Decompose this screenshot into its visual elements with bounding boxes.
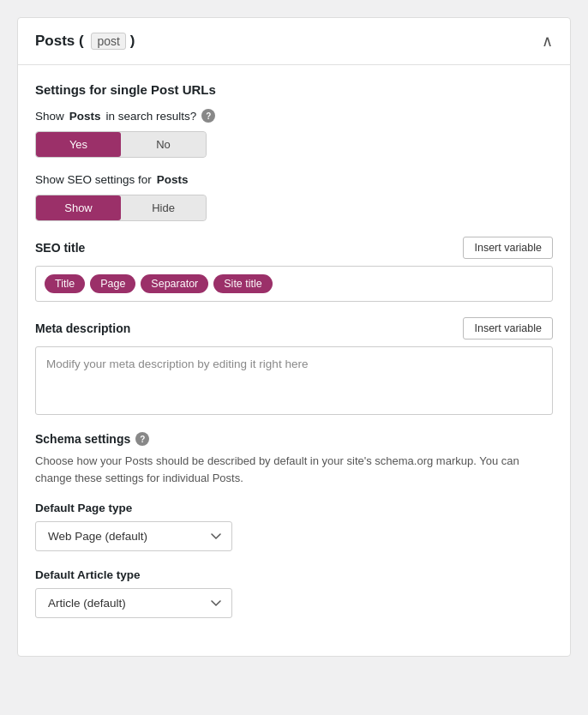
seo-title-label: SEO title bbox=[35, 241, 85, 255]
tag-title[interactable]: Title bbox=[45, 274, 85, 293]
tag-separator[interactable]: Separator bbox=[141, 274, 208, 293]
page-type-select[interactable]: Web Page (default) Item Page About Page … bbox=[35, 521, 232, 551]
search-label-suffix: in search results? bbox=[106, 110, 197, 123]
section-title: Settings for single Post URLs bbox=[35, 82, 553, 97]
tag-site-title[interactable]: Site title bbox=[213, 274, 272, 293]
panel-title-text: Posts ( bbox=[35, 33, 84, 49]
schema-description: Choose how your Posts should be describe… bbox=[35, 453, 553, 486]
page-type-label: Default Page type bbox=[35, 502, 553, 514]
hide-button[interactable]: Hide bbox=[121, 195, 206, 220]
yes-button[interactable]: Yes bbox=[36, 132, 121, 157]
panel-header: Posts ( post ) ∧ bbox=[18, 18, 570, 65]
seo-title-field[interactable]: Title Page Separator Site title bbox=[35, 266, 553, 302]
seo-toggle-group: Show Hide bbox=[35, 195, 207, 221]
panel-body: Settings for single Post URLs Show Posts… bbox=[18, 65, 570, 656]
show-button[interactable]: Show bbox=[36, 195, 121, 220]
panel-title-end: ) bbox=[130, 33, 135, 49]
seo-label-show: Show SEO settings for bbox=[35, 173, 152, 186]
no-button[interactable]: No bbox=[121, 132, 206, 157]
search-label-bold: Posts bbox=[69, 110, 101, 123]
search-label-show: Show bbox=[35, 110, 64, 123]
seo-settings-label: Show SEO settings for Posts bbox=[35, 173, 553, 186]
post-type-badge: post bbox=[91, 33, 125, 50]
search-results-label: Show Posts in search results? ? bbox=[35, 109, 553, 123]
tag-page[interactable]: Page bbox=[90, 274, 135, 293]
meta-description-label: Meta description bbox=[35, 321, 130, 335]
schema-label-text: Schema settings bbox=[35, 432, 130, 446]
seo-title-insert-variable-button[interactable]: Insert variable bbox=[463, 237, 553, 259]
article-type-label: Default Article type bbox=[35, 568, 553, 581]
collapse-icon[interactable]: ∧ bbox=[542, 32, 553, 51]
article-type-select[interactable]: Article (default) None Blog Post News Ar… bbox=[35, 588, 232, 618]
schema-section-title: Schema settings ? bbox=[35, 432, 553, 446]
seo-label-bold: Posts bbox=[157, 173, 189, 186]
meta-description-insert-variable-button[interactable]: Insert variable bbox=[463, 317, 553, 339]
seo-title-row: SEO title Insert variable bbox=[35, 237, 553, 259]
search-help-icon[interactable]: ? bbox=[201, 109, 215, 123]
search-toggle-group: Yes No bbox=[35, 131, 207, 158]
meta-description-field[interactable]: Modify your meta description by editing … bbox=[35, 346, 553, 415]
posts-panel: Posts ( post ) ∧ Settings for single Pos… bbox=[17, 17, 571, 657]
panel-title: Posts ( post ) bbox=[35, 33, 135, 50]
schema-help-icon[interactable]: ? bbox=[135, 432, 149, 446]
meta-description-row: Meta description Insert variable bbox=[35, 317, 553, 339]
